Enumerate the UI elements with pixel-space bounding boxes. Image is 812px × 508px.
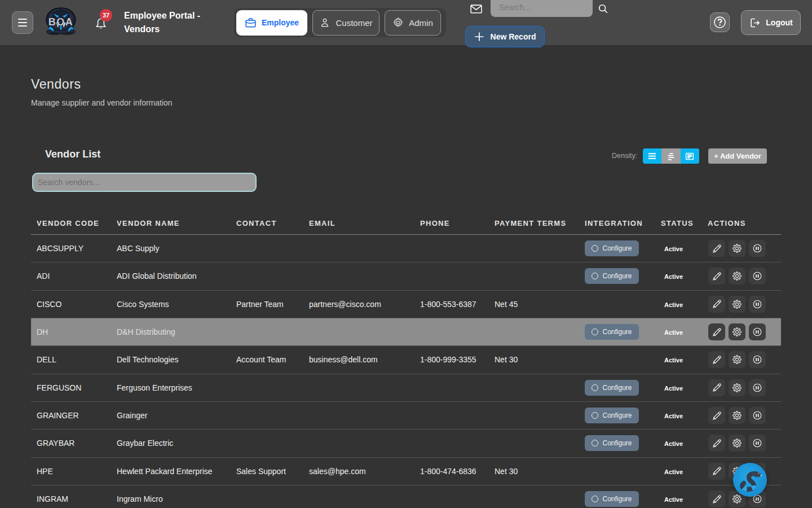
svg-text:BOA: BOA xyxy=(48,16,74,28)
